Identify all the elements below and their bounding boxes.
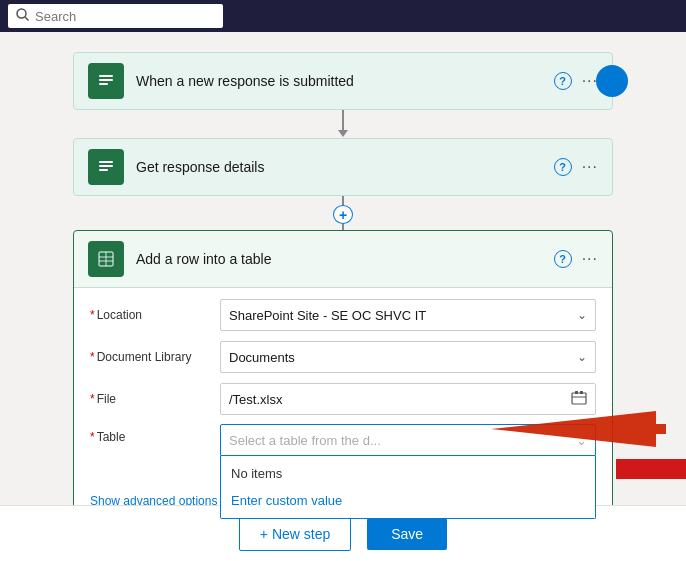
table-dropdown-menu: No items Enter custom value bbox=[220, 456, 596, 519]
no-items-option: No items bbox=[221, 460, 595, 487]
step2-more-icon[interactable]: ··· bbox=[582, 158, 598, 176]
arrow1 bbox=[338, 110, 348, 138]
doclibrary-control: Documents ⌄ bbox=[220, 341, 596, 373]
svg-rect-8 bbox=[99, 165, 113, 167]
step2-help-icon[interactable]: ? bbox=[554, 158, 572, 176]
svg-line-1 bbox=[25, 17, 29, 21]
table-dropdown-container: Select a table from the d... ⌄ No items … bbox=[220, 424, 596, 456]
step3-header: Add a row into a table ? ··· bbox=[74, 231, 612, 287]
location-control: SharePoint Site - SE OC SHVC IT ⌄ bbox=[220, 299, 596, 331]
table-label: *Table bbox=[90, 424, 220, 444]
new-step-button[interactable]: + New step bbox=[239, 517, 351, 551]
svg-rect-4 bbox=[99, 79, 113, 81]
step3-icon bbox=[88, 241, 124, 277]
table-row: *Table Select a table from the d... ⌄ No… bbox=[90, 424, 596, 458]
save-button[interactable]: Save bbox=[367, 518, 447, 550]
step-when-submitted: When a new response is submitted ? ··· bbox=[73, 52, 613, 110]
step3-actions: ? ··· bbox=[554, 250, 598, 268]
arrow1-head bbox=[338, 130, 348, 137]
location-label: *Location bbox=[90, 308, 220, 322]
step2-actions: ? ··· bbox=[554, 158, 598, 176]
location-chevron: ⌄ bbox=[577, 308, 587, 322]
step1-icon bbox=[88, 63, 124, 99]
search-input[interactable] bbox=[35, 9, 215, 24]
doclibrary-select[interactable]: Documents ⌄ bbox=[220, 341, 596, 373]
svg-rect-5 bbox=[99, 83, 108, 85]
add-step-button[interactable]: + bbox=[333, 205, 353, 224]
step1-title: When a new response is submitted bbox=[136, 73, 554, 89]
step3-title: Add a row into a table bbox=[136, 251, 554, 267]
file-row: *File /Test.xlsx bbox=[90, 382, 596, 416]
canvas: When a new response is submitted ? ··· G… bbox=[0, 32, 686, 541]
step-add-row: Add a row into a table ? ··· *Location S… bbox=[73, 230, 613, 521]
drop-indicator bbox=[596, 65, 628, 97]
top-bar bbox=[0, 0, 686, 32]
step3-help-icon[interactable]: ? bbox=[554, 250, 572, 268]
step-get-response: Get response details ? ··· bbox=[73, 138, 613, 196]
table-placeholder: Select a table from the d... bbox=[229, 433, 381, 448]
table-select[interactable]: Select a table from the d... ⌄ bbox=[220, 424, 596, 456]
file-field[interactable]: /Test.xlsx bbox=[220, 383, 596, 415]
svg-point-0 bbox=[17, 9, 26, 18]
svg-rect-17 bbox=[580, 391, 583, 394]
table-chevron: ⌄ bbox=[576, 433, 587, 448]
svg-rect-7 bbox=[99, 161, 113, 163]
location-value: SharePoint Site - SE OC SHVC IT bbox=[229, 308, 426, 323]
step1-help-icon[interactable]: ? bbox=[554, 72, 572, 90]
doclibrary-value: Documents bbox=[229, 350, 295, 365]
svg-rect-9 bbox=[99, 169, 108, 171]
red-arrow-annotation bbox=[606, 444, 686, 498]
search-box[interactable] bbox=[8, 4, 223, 28]
file-control: /Test.xlsx bbox=[220, 383, 596, 415]
step2-title: Get response details bbox=[136, 159, 554, 175]
doclibrary-row: *Document Library Documents ⌄ bbox=[90, 340, 596, 374]
svg-rect-15 bbox=[572, 393, 586, 404]
step3-body: *Location SharePoint Site - SE OC SHVC I… bbox=[74, 287, 612, 520]
file-value: /Test.xlsx bbox=[229, 392, 282, 407]
file-label: *File bbox=[90, 392, 220, 406]
svg-marker-18 bbox=[616, 449, 686, 489]
search-icon bbox=[16, 8, 29, 24]
plus-connector: + bbox=[333, 196, 353, 230]
doclibrary-chevron: ⌄ bbox=[577, 350, 587, 364]
location-select[interactable]: SharePoint Site - SE OC SHVC IT ⌄ bbox=[220, 299, 596, 331]
step1-actions: ? ··· bbox=[554, 72, 598, 90]
svg-rect-16 bbox=[575, 391, 578, 394]
location-row: *Location SharePoint Site - SE OC SHVC I… bbox=[90, 298, 596, 332]
custom-value-option[interactable]: Enter custom value bbox=[221, 487, 595, 514]
doclibrary-label: *Document Library bbox=[90, 350, 220, 364]
svg-rect-3 bbox=[99, 75, 113, 77]
step2-icon bbox=[88, 149, 124, 185]
file-browse-icon[interactable] bbox=[571, 390, 587, 409]
step3-more-icon[interactable]: ··· bbox=[582, 250, 598, 268]
